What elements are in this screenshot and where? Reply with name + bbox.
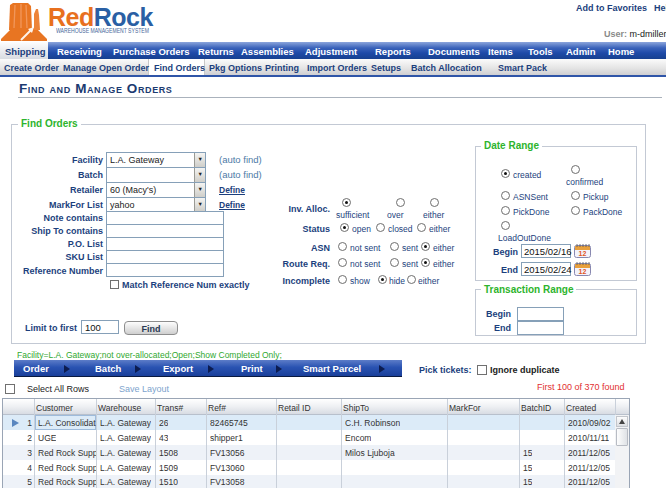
svg-text:12: 12: [579, 250, 587, 257]
svg-text:12: 12: [579, 268, 587, 275]
